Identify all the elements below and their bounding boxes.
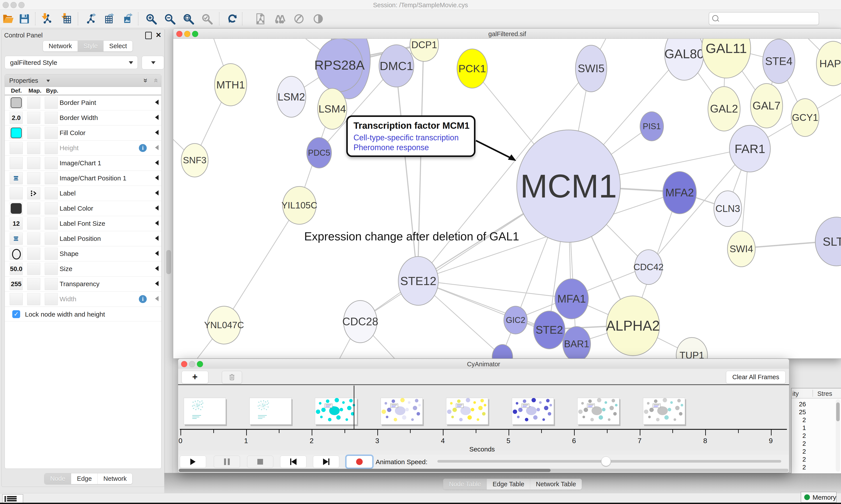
animation-frame-1[interactable] — [249, 398, 291, 425]
column-header[interactable]: ity — [792, 390, 799, 397]
network-node-cln3[interactable]: CLN3 — [714, 191, 742, 227]
skip-to-end-button[interactable] — [313, 456, 339, 468]
table-cell-value[interactable]: 2 — [791, 464, 806, 471]
annotation-link[interactable]: Cell-type-specific transcription — [354, 133, 468, 143]
network-node-cdc42[interactable]: CDC42 — [634, 249, 663, 285]
float-panel-icon[interactable] — [145, 32, 152, 39]
skip-to-start-button[interactable] — [280, 456, 306, 468]
scrollbar-thumb[interactable] — [836, 402, 840, 421]
tab-node[interactable]: Node — [44, 473, 71, 484]
default-cell[interactable] — [10, 142, 23, 154]
timeline-playhead[interactable] — [354, 385, 354, 429]
table-cell-value[interactable]: 2 — [791, 456, 806, 463]
default-cell[interactable] — [10, 293, 23, 305]
default-cell[interactable] — [10, 202, 23, 215]
tab-edge[interactable]: Edge — [71, 473, 98, 484]
memory-button[interactable]: Memory — [801, 492, 837, 503]
mapping-cell[interactable] — [27, 263, 40, 275]
play-button[interactable] — [180, 456, 206, 468]
network-node-ynl047c[interactable]: YNL047C — [207, 306, 241, 344]
annotation-link[interactable]: Pheromone response — [354, 143, 468, 152]
bypass-cell[interactable] — [45, 96, 58, 109]
import-network-icon[interactable] — [41, 13, 53, 25]
default-cell[interactable]: 12 — [10, 217, 23, 230]
animation-frame-3[interactable] — [381, 398, 423, 425]
animation-frame-2[interactable] — [315, 398, 357, 425]
network-node-pdc5[interactable]: PDC5 — [306, 137, 332, 168]
network-node-gcy1[interactable]: GCY1 — [791, 98, 819, 137]
network-edge[interactable] — [396, 65, 418, 280]
animation-frame-7[interactable] — [643, 398, 685, 425]
stop-button[interactable] — [247, 456, 273, 468]
bypass-cell[interactable] — [45, 293, 58, 305]
network-node-gal2[interactable]: GAL2 — [708, 86, 740, 131]
bypass-cell[interactable] — [45, 172, 58, 184]
collapse-all-icon[interactable]: » — [151, 78, 159, 83]
network-node-mfa1[interactable]: MFA1 — [555, 278, 589, 319]
default-cell[interactable]: 2.0 — [10, 112, 23, 124]
slider-thumb[interactable] — [601, 456, 611, 466]
default-cell[interactable] — [10, 187, 23, 199]
animation-frame-5[interactable] — [512, 398, 554, 425]
collapse-arrow-icon[interactable] — [155, 251, 159, 256]
collapse-arrow-icon[interactable] — [155, 281, 159, 286]
divider-scrollbar[interactable] — [166, 250, 171, 274]
network-node-rps28a[interactable]: RPS28A — [316, 39, 363, 92]
tab-select[interactable]: Select — [104, 41, 133, 51]
default-cell[interactable] — [10, 172, 23, 184]
default-cell[interactable] — [10, 96, 23, 109]
network-node-pck1[interactable]: PCK1 — [457, 49, 488, 88]
bypass-cell[interactable] — [45, 112, 58, 124]
default-cell[interactable] — [10, 233, 23, 245]
table-cell-value[interactable]: 2 — [791, 432, 806, 439]
network-node-mcm1[interactable]: MCM1 — [516, 130, 621, 242]
mapping-cell[interactable] — [27, 217, 40, 230]
column-divider[interactable] — [812, 390, 813, 397]
table-cell-value[interactable]: 25 — [791, 409, 806, 416]
zoom-in-icon[interactable] — [145, 13, 158, 25]
network-node-alpha2[interactable]: ALPHA2 — [606, 295, 660, 356]
pause-button[interactable] — [214, 456, 240, 468]
import-table-icon[interactable] — [61, 13, 73, 25]
collapse-arrow-icon[interactable] — [155, 100, 159, 105]
export-network-icon[interactable] — [85, 13, 97, 25]
annotation-callout-box[interactable]: Transcription factor MCM1 Cell-type-spec… — [346, 115, 476, 157]
column-header[interactable]: Stres — [817, 390, 832, 397]
bypass-cell[interactable] — [45, 278, 58, 290]
collapse-arrow-icon[interactable] — [155, 145, 159, 150]
table-cell-value[interactable]: 26 — [791, 401, 806, 408]
collapse-arrow-icon[interactable] — [155, 190, 159, 196]
network-node-mfa2[interactable]: MFA2 — [662, 171, 697, 214]
network-node-gic2[interactable]: GIC2 — [503, 306, 527, 334]
network-canvas[interactable]: DCP1RPS28ADMC1PCK1MTH1LSM2LSM4SNF3PDC5YI… — [173, 39, 841, 358]
expand-all-icon[interactable]: » — [142, 78, 150, 83]
default-cell[interactable]: 50.0 — [10, 263, 23, 275]
table-cell-value[interactable]: 2 — [791, 440, 806, 447]
show-details-icon[interactable] — [312, 13, 324, 25]
style-selector[interactable]: galFiltered Style — [5, 56, 138, 69]
bypass-cell[interactable] — [45, 233, 58, 245]
mapping-cell[interactable] — [27, 142, 40, 154]
mapping-cell[interactable] — [27, 157, 40, 169]
network-node-far1[interactable]: FAR1 — [729, 125, 771, 172]
collapse-arrow-icon[interactable] — [155, 266, 159, 271]
mapping-cell[interactable] — [27, 248, 40, 260]
collapse-arrow-icon[interactable] — [155, 130, 159, 135]
lock-size-checkbox[interactable]: ✓ — [12, 310, 20, 318]
table-cell-value[interactable]: 2 — [791, 448, 806, 455]
scrollbar-thumb[interactable] — [179, 469, 551, 472]
mapping-cell[interactable] — [27, 278, 40, 290]
mapping-cell[interactable] — [27, 233, 40, 245]
bypass-cell[interactable] — [45, 157, 58, 169]
table-cell-value[interactable]: 1 — [791, 424, 806, 432]
info-icon[interactable]: i — [139, 144, 147, 152]
close-panel-icon[interactable]: ✕ — [156, 31, 161, 39]
record-button[interactable] — [346, 456, 373, 468]
bypass-cell[interactable] — [45, 217, 58, 230]
network-node-ste2[interactable]: STE2 — [533, 311, 565, 349]
network-edge[interactable] — [223, 205, 299, 324]
export-image-icon[interactable] — [121, 13, 133, 25]
collapse-arrow-icon[interactable] — [155, 115, 159, 120]
network-node-yil105c[interactable]: YIL105C — [282, 186, 317, 224]
save-session-icon[interactable] — [18, 13, 31, 25]
